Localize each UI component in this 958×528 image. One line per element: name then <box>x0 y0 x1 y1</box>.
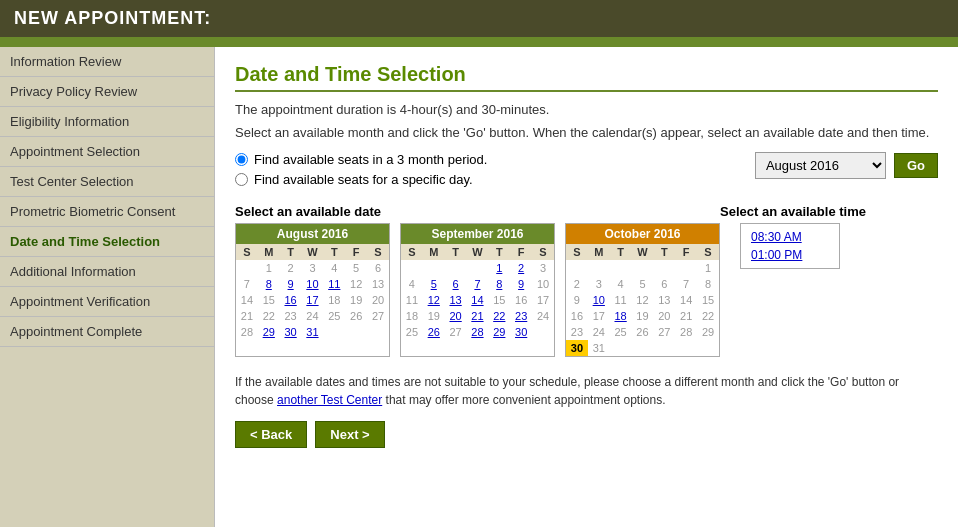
table-row: 4 5 6 7 8 9 10 <box>401 276 554 292</box>
sidebar-item-privacy-policy[interactable]: Privacy Policy Review <box>0 77 214 107</box>
table-row: 11 12 13 14 151617 <box>401 292 554 308</box>
aug-31[interactable]: 31 <box>302 324 324 340</box>
oct-18[interactable]: 18 <box>610 308 632 324</box>
table-row: 23242526272829 <box>566 324 719 340</box>
next-button[interactable]: Next > <box>315 421 384 448</box>
calendars-time-row: August 2016 S M T W T F S 123456 <box>235 223 938 373</box>
table-row: 1415 16 17 181920 <box>236 292 389 308</box>
col-t2: T <box>323 244 345 260</box>
col-w: W <box>302 244 324 260</box>
aug-11[interactable]: 11 <box>323 276 345 292</box>
time-box: 08:30 AM 01:00 PM <box>740 223 840 269</box>
calendar-october-header: October 2016 <box>566 224 719 244</box>
radio-3month[interactable] <box>235 153 248 166</box>
calendar-september-table: SMTWTFS 1 2 3 4 5 6 7 <box>401 244 554 340</box>
bottom-note: If the available dates and times are not… <box>235 373 938 409</box>
sidebar: Information Review Privacy Policy Review… <box>0 47 215 527</box>
sidebar-item-additional-info[interactable]: Additional Information <box>0 257 214 287</box>
time-option-0830[interactable]: 08:30 AM <box>747 228 833 246</box>
sidebar-item-eligibility[interactable]: Eligibility Information <box>0 107 214 137</box>
main-content: Date and Time Selection The appointment … <box>215 47 958 527</box>
instruction-text: Select an available month and click the … <box>235 125 938 140</box>
table-row: 25 26 27 28 29 30 <box>401 324 554 340</box>
sep-7[interactable]: 7 <box>467 276 489 292</box>
sep-5[interactable]: 5 <box>423 276 445 292</box>
oct-30[interactable]: 30 <box>566 340 588 356</box>
radio-row-3month[interactable]: Find available seats in a 3 month period… <box>235 152 487 167</box>
page-title: Date and Time Selection <box>235 63 938 92</box>
labels-row: Select an available date Select an avail… <box>235 204 938 219</box>
sep-6[interactable]: 6 <box>445 276 467 292</box>
duration-text: The appointment duration is 4-hour(s) an… <box>235 102 938 117</box>
oct-10[interactable]: 10 <box>588 292 610 308</box>
time-option-0100[interactable]: 01:00 PM <box>747 246 833 264</box>
header-title: NEW APPOINTMENT: <box>14 8 211 28</box>
aug-29[interactable]: 29 <box>258 324 280 340</box>
sep-12[interactable]: 12 <box>423 292 445 308</box>
table-row: 21222324252627 <box>236 308 389 324</box>
select-date-label: Select an available date <box>235 204 720 219</box>
sidebar-item-information-review[interactable]: Information Review <box>0 47 214 77</box>
page-header: NEW APPOINTMENT: <box>0 0 958 41</box>
sep-30[interactable]: 30 <box>510 324 532 340</box>
test-center-link[interactable]: another Test Center <box>277 393 382 407</box>
calendar-september-header: September 2016 <box>401 224 554 244</box>
calendar-september: September 2016 SMTWTFS 1 2 3 4 <box>400 223 555 357</box>
col-m: M <box>258 244 280 260</box>
col-s: S <box>236 244 258 260</box>
nav-buttons: < Back Next > <box>235 421 938 448</box>
radio-specific-label: Find available seats for a specific day. <box>254 172 473 187</box>
sep-2[interactable]: 2 <box>510 260 532 276</box>
sidebar-item-biometric[interactable]: Prometric Biometric Consent <box>0 197 214 227</box>
table-row: 7 8 9 10 11 12 13 <box>236 276 389 292</box>
radio-specific[interactable] <box>235 173 248 186</box>
table-row: 9 10 1112131415 <box>566 292 719 308</box>
aug-10[interactable]: 10 <box>302 276 324 292</box>
month-select[interactable]: August 2016 September 2016 October 2016 <box>755 152 886 179</box>
time-section: 08:30 AM 01:00 PM <box>740 223 840 269</box>
sep-8[interactable]: 8 <box>488 276 510 292</box>
aug-16[interactable]: 16 <box>280 292 302 308</box>
aug-8[interactable]: 8 <box>258 276 280 292</box>
sep-23[interactable]: 23 <box>510 308 532 324</box>
sep-28[interactable]: 28 <box>467 324 489 340</box>
calendar-august-header: August 2016 <box>236 224 389 244</box>
bottom-note-text2: that may offer more convenient appointme… <box>382 393 665 407</box>
sidebar-item-date-time[interactable]: Date and Time Selection <box>0 227 214 257</box>
sep-26[interactable]: 26 <box>423 324 445 340</box>
calendar-october: October 2016 SMTWTFS 1 2345678 9 <box>565 223 720 357</box>
sep-1[interactable]: 1 <box>488 260 510 276</box>
col-s2: S <box>367 244 389 260</box>
table-row: 1 <box>566 260 719 276</box>
calendar-august: August 2016 S M T W T F S 123456 <box>235 223 390 357</box>
table-row: 2345678 <box>566 276 719 292</box>
radio-row-specific[interactable]: Find available seats for a specific day. <box>235 172 487 187</box>
sep-14[interactable]: 14 <box>467 292 489 308</box>
sep-21[interactable]: 21 <box>467 308 489 324</box>
sep-22[interactable]: 22 <box>488 308 510 324</box>
aug-30[interactable]: 30 <box>280 324 302 340</box>
table-row: 1617 18 19202122 <box>566 308 719 324</box>
go-button[interactable]: Go <box>894 153 938 178</box>
table-row: 28 29 30 31 <box>236 324 389 340</box>
sidebar-item-appointment-complete[interactable]: Appointment Complete <box>0 317 214 347</box>
sep-13[interactable]: 13 <box>445 292 467 308</box>
back-button[interactable]: < Back <box>235 421 307 448</box>
col-t: T <box>280 244 302 260</box>
sidebar-item-appointment-selection[interactable]: Appointment Selection <box>0 137 214 167</box>
aug-17[interactable]: 17 <box>302 292 324 308</box>
sep-9[interactable]: 9 <box>510 276 532 292</box>
aug-9[interactable]: 9 <box>280 276 302 292</box>
calendar-august-table: S M T W T F S 123456 7 <box>236 244 389 340</box>
sidebar-item-test-center[interactable]: Test Center Selection <box>0 167 214 197</box>
calendars-section: August 2016 S M T W T F S 123456 <box>235 223 720 357</box>
radio-group: Find available seats in a 3 month period… <box>235 152 487 192</box>
table-row: 1819 20 21 22 23 24 <box>401 308 554 324</box>
table-row: 123456 <box>236 260 389 276</box>
table-row: 30 31 <box>566 340 719 356</box>
table-row: 1 2 3 <box>401 260 554 276</box>
sidebar-item-appointment-verification[interactable]: Appointment Verification <box>0 287 214 317</box>
sep-29[interactable]: 29 <box>488 324 510 340</box>
select-time-label: Select an available time <box>720 204 866 219</box>
sep-20[interactable]: 20 <box>445 308 467 324</box>
